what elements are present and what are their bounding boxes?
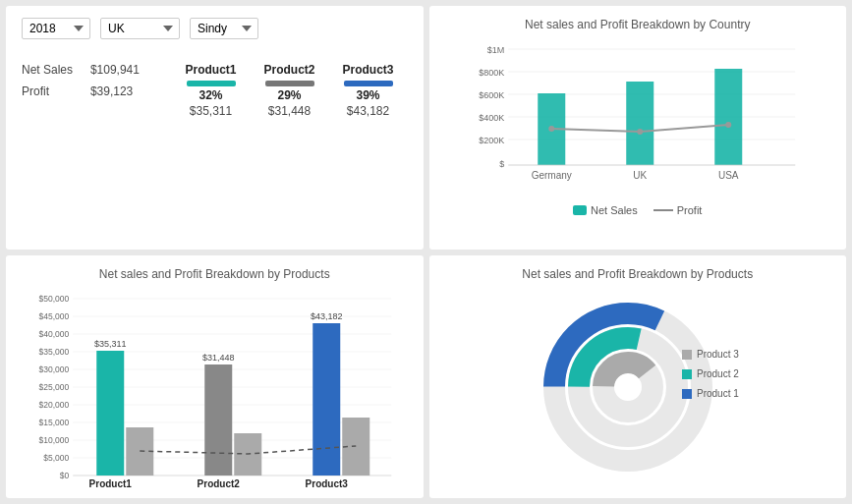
product2-pct: 29% (251, 88, 329, 102)
filters-row: 201820172019 UKGermanyUSA SindyJohnAlice (22, 18, 408, 39)
top-right-title: Net sales and Profit Breakdown by Countr… (445, 18, 831, 31)
svg-text:Product2: Product2 (198, 478, 241, 489)
bottom-left-panel: Net sales and Profit Breakdown by Produc… (6, 255, 424, 499)
svg-text:$400K: $400K (479, 113, 504, 123)
svg-text:Product 3: Product 3 (697, 349, 739, 360)
svg-text:Germany: Germany (531, 170, 571, 181)
svg-text:Product3: Product3 (306, 478, 349, 489)
product2-header: Product2 (251, 63, 329, 77)
product3-header: Product3 (329, 63, 408, 77)
legend-net-sales-label: Net Sales (591, 204, 638, 216)
country-filter[interactable]: UKGermanyUSA (100, 18, 180, 39)
profit-value: $39,123 (90, 84, 156, 98)
svg-text:Product1: Product1 (89, 478, 133, 489)
svg-point-15 (548, 126, 554, 132)
country-chart-legend: Net Sales Profit (445, 204, 831, 216)
svg-text:$: $ (499, 159, 504, 169)
svg-text:$0: $0 (60, 471, 70, 480)
svg-text:$43,182: $43,182 (311, 311, 343, 321)
svg-rect-52 (312, 323, 340, 476)
net-sales-label: Net Sales (22, 63, 83, 77)
svg-rect-14 (714, 69, 742, 165)
top-right-panel: Net sales and Profit Breakdown by Countr… (429, 6, 847, 250)
svg-text:$40,000: $40,000 (39, 329, 70, 339)
net-sales-value: $109,941 (90, 63, 156, 77)
donut-chart-container: Product 3 Product 2 Product 1 (445, 289, 831, 485)
svg-text:$31,448: $31,448 (202, 353, 235, 363)
product1-val: $35,311 (172, 104, 251, 118)
top-left-panel: 201820172019 UKGermanyUSA SindyJohnAlice… (6, 6, 424, 250)
svg-text:$1M: $1M (486, 45, 504, 55)
product2-val: $31,448 (251, 104, 329, 118)
svg-rect-65 (682, 369, 692, 379)
product3-pct: 39% (329, 88, 408, 102)
donut-chart: Product 3 Product 2 Product 1 (510, 289, 766, 485)
year-filter[interactable]: 201820172019 (22, 18, 90, 39)
person-filter[interactable]: SindyJohnAlice (190, 18, 258, 39)
svg-rect-44 (96, 351, 124, 476)
svg-text:USA: USA (717, 170, 738, 181)
svg-text:UK: UK (633, 170, 647, 181)
svg-point-16 (637, 129, 643, 135)
svg-rect-67 (682, 389, 692, 399)
country-bar-chart: $1M $800K $600K $400K $200K $ Germany UK… (445, 39, 831, 196)
svg-text:$35,000: $35,000 (39, 347, 70, 357)
svg-text:$45,000: $45,000 (39, 311, 70, 321)
net-sales-swatch (573, 205, 587, 215)
svg-text:$20,000: $20,000 (39, 400, 70, 410)
svg-text:$30,000: $30,000 (39, 364, 70, 374)
product1-pct: 32% (172, 88, 251, 102)
svg-text:$5,000: $5,000 (43, 453, 69, 463)
svg-text:$10,000: $10,000 (39, 435, 70, 445)
svg-text:$200K: $200K (479, 136, 504, 145)
product3-val: $43,182 (329, 104, 408, 118)
svg-text:$15,000: $15,000 (39, 418, 70, 427)
svg-text:$600K: $600K (479, 90, 504, 100)
bottom-left-title: Net sales and Profit Breakdown by Produc… (22, 267, 408, 281)
profit-label: Profit (22, 84, 83, 98)
product-table: Product1 Product2 Product3 32% 29% 39% $… (172, 63, 408, 118)
svg-text:Product 1: Product 1 (697, 388, 739, 399)
svg-text:$50,000: $50,000 (39, 294, 70, 304)
bottom-right-title: Net sales and Profit Breakdown by Produc… (445, 267, 831, 281)
products-bar-chart: $50,000 $45,000 $40,000 $35,000 $30,000 … (22, 289, 408, 495)
svg-text:$25,000: $25,000 (39, 382, 70, 392)
bottom-right-panel: Net sales and Profit Breakdown by Produc… (429, 255, 847, 499)
profit-line-swatch (653, 209, 673, 211)
legend-net-sales: Net Sales (573, 204, 638, 216)
legend-profit-label: Profit (677, 204, 703, 216)
legend-profit: Profit (653, 204, 703, 216)
svg-rect-48 (204, 364, 232, 476)
svg-rect-63 (682, 350, 692, 360)
svg-text:$800K: $800K (479, 68, 504, 78)
svg-rect-13 (626, 82, 653, 165)
svg-point-17 (725, 122, 731, 128)
product1-header: Product1 (172, 63, 251, 77)
svg-text:Product 2: Product 2 (697, 368, 739, 379)
svg-text:$35,311: $35,311 (94, 339, 127, 349)
